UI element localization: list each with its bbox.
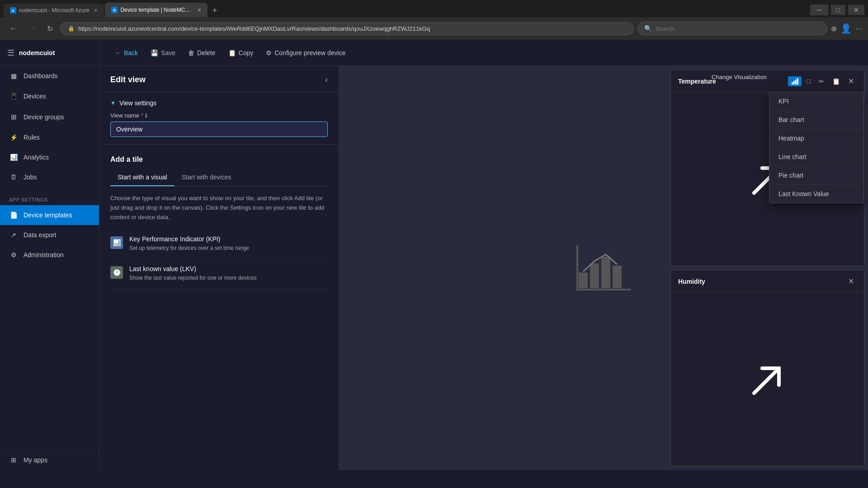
sidebar-item-label: Data export [24,231,56,239]
widget-tile-button[interactable]: □ [804,76,813,86]
save-icon: 💾 [151,49,158,56]
svg-rect-1 [590,263,599,288]
sidebar-item-devices[interactable]: 📱 Devices [0,86,99,107]
address-bar-row: ← → ↻ 🔒 https://nodemcuiot.azureiotcentr… [0,17,868,40]
tab-start-visual[interactable]: Start with a visual [110,169,175,186]
viz-menu-item-heatmap[interactable]: Heatmap [769,129,863,147]
widget-close-button[interactable]: ✕ [845,75,857,87]
lkv-tile-content: Last known value (LKV) Show the last val… [129,265,256,282]
viz-menu-item-lkv[interactable]: Last Known Value [769,185,863,203]
address-bar[interactable]: 🔒 https://nodemcuiot.azureiotcentral.com… [60,22,634,35]
sidebar-item-my-apps[interactable]: ⊞ My apps [0,450,99,470]
sidebar-item-rules[interactable]: ⚡ Rules [0,127,99,147]
temperature-widget-title: Temperature [678,78,716,85]
humidity-widget-header: Humidity ✕ [671,270,864,293]
svg-rect-8 [795,80,797,84]
sidebar-item-dashboards[interactable]: ▦ Dashboards [0,66,99,86]
tab-close-1[interactable]: ✕ [94,8,98,14]
tab-active[interactable]: D Device template | NodeMCU DH... ✕ [105,3,208,17]
back-button[interactable]: ← Back [110,47,142,59]
copy-button[interactable]: 📋 Copy [224,47,258,59]
svg-rect-2 [601,257,610,288]
sidebar-item-label: Devices [24,93,46,100]
maximize-button[interactable]: □ [831,5,845,15]
humidity-widget-content [671,293,864,466]
humidity-arrow-icon [750,361,786,398]
kpi-tile-name: Key Performance Indicator (KPI) [129,235,249,243]
canvas-area: Temperature □ ✏ 📋 ✕ [339,66,868,470]
tile-option-lkv[interactable]: 🕐 Last known value (LKV) Show the last v… [110,259,328,289]
sidebar-item-device-groups[interactable]: ⊞ Device groups [0,107,99,127]
device-templates-icon: 📄 [9,211,18,219]
svg-rect-4 [576,289,631,291]
viz-menu-item-pie[interactable]: Pie chart [769,166,863,184]
viz-menu-item-bar[interactable]: Bar chart [769,111,863,129]
sidebar-item-analytics[interactable]: 📊 Analytics [0,147,99,167]
sidebar-header: ☰ nodemcuiot [0,40,99,66]
main-content: ← Back 💾 Save 🗑 Delete 📋 Copy ⚙ Configur… [99,40,868,470]
tile-option-kpi[interactable]: 📊 Key Performance Indicator (KPI) Set up… [110,229,328,259]
more-options-icon[interactable]: ⋯ [855,24,863,33]
widget-area: Temperature □ ✏ 📋 ✕ [667,66,868,470]
sidebar-item-label: Device templates [24,211,72,219]
info-icon: ℹ [145,113,147,119]
sidebar-item-data-export[interactable]: ↗ Data export [0,225,99,245]
svg-rect-7 [793,81,795,84]
new-tab-button[interactable]: + [208,4,221,17]
edit-panel-title: Edit view [110,75,146,84]
humidity-widget: Humidity ✕ [670,270,864,466]
lkv-tile-icon: 🕐 [110,266,123,279]
tile-options-list: 📊 Key Performance Indicator (KPI) Set up… [99,229,339,289]
tab-inactive[interactable]: A nodemcuiot - Microsoft Azure ✕ [4,4,104,17]
back-nav-button[interactable]: ← [5,23,21,34]
kpi-tile-icon: 📊 [110,236,123,249]
humidity-close-button[interactable]: ✕ [845,276,857,287]
hamburger-icon[interactable]: ☰ [7,48,14,58]
viz-menu-item-kpi[interactable]: KPI [769,92,863,110]
search-input[interactable] [656,25,809,32]
refresh-nav-button[interactable]: ↻ [43,23,57,34]
configure-icon: ⚙ [266,49,272,56]
sidebar-item-device-templates[interactable]: 📄 Device templates [0,205,99,225]
svg-rect-6 [792,82,793,84]
edit-panel-header: Edit view ‹ [99,66,339,92]
profile-icon[interactable]: 👤 [840,23,852,34]
administration-icon: ⚙ [9,251,18,258]
lkv-tile-name: Last known value (LKV) [129,265,256,272]
change-viz-label: Change Visualization [712,74,767,80]
configure-preview-button[interactable]: ⚙ Configure preview device [261,47,350,59]
save-button[interactable]: 💾 Save [146,47,180,59]
sidebar-item-administration[interactable]: ⚙ Administration [0,245,99,265]
browser-chrome: A nodemcuiot - Microsoft Azure ✕ D Devic… [0,0,868,40]
view-name-input[interactable] [110,122,328,137]
delete-button[interactable]: 🗑 Delete [184,47,220,59]
collapse-panel-button[interactable]: ‹ [325,75,328,84]
svg-rect-9 [797,78,798,84]
jobs-icon: 🗓 [9,174,18,181]
top-toolbar: ← Back 💾 Save 🗑 Delete 📋 Copy ⚙ Configur… [99,40,868,66]
widget-viz-button-active[interactable] [788,76,802,86]
sidebar-item-label: Administration [24,251,64,258]
extensions-icon[interactable]: ⊕ [831,24,837,33]
viz-menu-item-line[interactable]: Line chart [769,148,863,166]
view-settings-section[interactable]: ▼ View settings [99,92,339,112]
tab-close-2[interactable]: ✕ [197,7,201,13]
app-layout: ☰ nodemcuiot ▦ Dashboards 📱 Devices ⊞ De… [0,40,868,470]
rules-icon: ⚡ [9,134,18,141]
sidebar-item-label: Device groups [24,113,64,121]
svg-rect-5 [576,245,578,291]
dashboards-icon: ▦ [9,72,18,80]
close-button[interactable]: ✕ [848,5,864,15]
forward-nav-button[interactable]: → [24,23,40,34]
search-bar[interactable]: 🔍 [637,22,827,35]
tab-label-1: nodemcuiot - Microsoft Azure [19,7,89,14]
minimize-button[interactable]: ─ [810,5,828,15]
tile-tabs: Start with a visual Start with devices [110,169,328,187]
data-export-icon: ↗ [9,231,18,239]
svg-rect-0 [579,272,588,288]
tab-start-devices[interactable]: Start with devices [175,169,239,186]
sidebar-item-jobs[interactable]: 🗓 Jobs [0,167,99,187]
widget-copy-button[interactable]: 📋 [830,76,843,86]
widget-edit-button[interactable]: ✏ [816,76,827,86]
tab-favicon-2: D [111,7,118,13]
